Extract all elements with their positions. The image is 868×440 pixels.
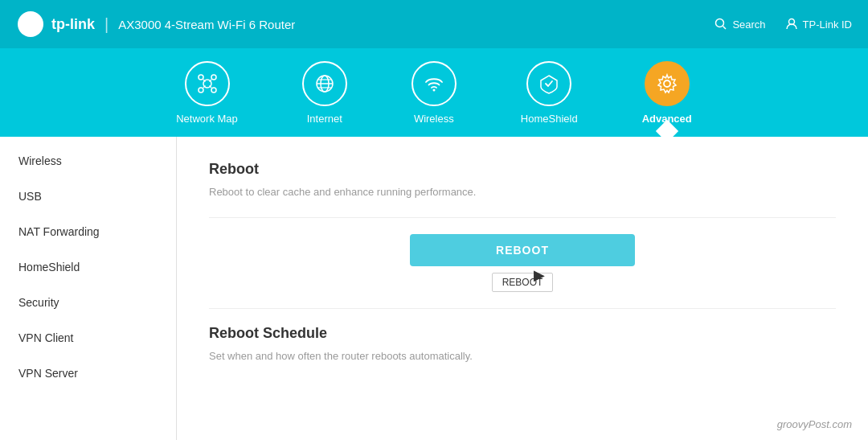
nav-label-homeshield: HomeShield [521,113,578,125]
nav-label-internet: Internet [307,113,342,125]
logo: tp tp-link | AX3000 4-Stream Wi-Fi 6 Rou… [16,10,295,39]
svg-point-20 [664,80,670,87]
nav-icon-wireless [411,61,457,106]
internet-icon [313,72,336,95]
network-map-icon [196,72,219,95]
tplink-logo-icon: tp [16,10,45,39]
nav-item-network-map[interactable]: Network Map [176,61,238,125]
sidebar-item-homeshield[interactable]: HomeShield [0,249,176,285]
nav-item-internet[interactable]: Internet [302,61,347,125]
nav-item-advanced[interactable]: Advanced [642,61,692,125]
nav-bar: Network Map Internet Wireless [0,48,868,137]
sidebar-item-vpn-client[interactable]: VPN Client [0,320,176,356]
svg-point-6 [199,75,203,80]
cursor-icon: ▶ [534,266,545,284]
reboot-title: Reboot [209,161,836,178]
nav-icon-advanced [645,61,690,106]
svg-line-3 [723,27,727,30]
svg-point-9 [211,88,216,93]
main-content: Wireless USB NAT Forwarding HomeShield S… [0,137,868,440]
sidebar-item-security[interactable]: Security [0,285,176,320]
nav-icon-internet [302,61,347,106]
nav-item-homeshield[interactable]: HomeShield [521,61,578,125]
nav-label-wireless: Wireless [414,113,454,125]
homeshield-icon [538,72,560,95]
sidebar-item-nat-forwarding[interactable]: NAT Forwarding [0,214,176,249]
gear-icon [655,72,679,96]
header-actions: Search TP-Link ID [714,18,852,31]
brand-name: tp-link [51,16,95,33]
reboot-button[interactable]: REBOOT [410,234,635,266]
divider-2 [209,308,836,309]
nav-icon-homeshield [526,61,571,106]
schedule-title: Reboot Schedule [209,325,836,342]
divider-1 [209,217,836,218]
account-icon [785,18,798,31]
svg-point-7 [211,75,216,80]
header-divider: | [104,15,108,34]
reboot-button-container: REBOOT ▶ [209,234,836,266]
header: tp tp-link | AX3000 4-Stream Wi-Fi 6 Rou… [0,0,868,48]
reboot-tooltip-container: REBOOT [209,273,836,292]
search-icon [714,18,727,31]
svg-point-19 [432,88,435,91]
schedule-desc: Set when and how often the router reboot… [209,350,836,362]
tplink-id-label: TP-Link ID [803,19,852,31]
svg-text:tp: tp [26,19,35,31]
watermark: groovyPost.com [777,418,852,430]
wifi-icon [423,72,445,95]
sidebar-item-wireless[interactable]: Wireless [0,143,176,179]
nav-icon-network-map [185,61,230,106]
tplink-id-action[interactable]: TP-Link ID [785,18,852,31]
router-model: AX3000 4-Stream Wi-Fi 6 Router [118,18,295,31]
sidebar: Wireless USB NAT Forwarding HomeShield S… [0,137,177,440]
reboot-desc: Reboot to clear cache and enhance runnin… [209,186,836,198]
nav-label-network-map: Network Map [176,113,238,125]
sidebar-item-usb[interactable]: USB [0,179,176,214]
svg-point-2 [716,19,724,27]
content-panel: Reboot Reboot to clear cache and enhance… [177,137,868,440]
search-label: Search [732,19,765,31]
search-action[interactable]: Search [714,18,765,31]
svg-point-8 [199,88,203,93]
sidebar-item-vpn-server[interactable]: VPN Server [0,356,176,391]
nav-item-wireless[interactable]: Wireless [411,61,457,125]
